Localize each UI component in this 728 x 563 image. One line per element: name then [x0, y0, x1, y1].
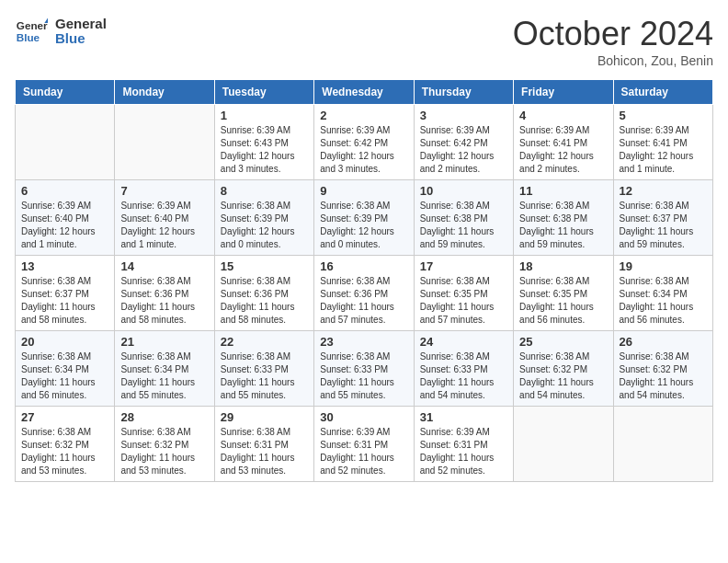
- day-number: 3: [420, 109, 507, 122]
- calendar-cell: 27Sunrise: 6:38 AM Sunset: 6:32 PM Dayli…: [16, 407, 115, 482]
- day-info: Sunrise: 6:38 AM Sunset: 6:35 PM Dayligh…: [519, 275, 607, 327]
- day-info: Sunrise: 6:39 AM Sunset: 6:41 PM Dayligh…: [620, 124, 707, 176]
- day-number: 4: [519, 109, 607, 122]
- calendar-cell: 6Sunrise: 6:39 AM Sunset: 6:40 PM Daylig…: [16, 180, 115, 256]
- logo-icon: General Blue: [15, 15, 48, 48]
- day-number: 15: [221, 259, 308, 273]
- calendar-cell: 19Sunrise: 6:38 AM Sunset: 6:34 PM Dayli…: [613, 256, 712, 331]
- logo-text: General: [55, 17, 107, 32]
- day-info: Sunrise: 6:38 AM Sunset: 6:35 PM Dayligh…: [420, 275, 507, 327]
- day-number: 20: [21, 335, 108, 349]
- day-number: 16: [320, 259, 407, 273]
- col-header-sunday: Sunday: [16, 80, 115, 105]
- week-row-2: 6Sunrise: 6:39 AM Sunset: 6:40 PM Daylig…: [16, 180, 713, 256]
- calendar-cell: [16, 105, 115, 180]
- day-info: Sunrise: 6:38 AM Sunset: 6:38 PM Dayligh…: [420, 200, 507, 251]
- day-number: 11: [519, 184, 607, 198]
- calendar-cell: 29Sunrise: 6:38 AM Sunset: 6:31 PM Dayli…: [214, 407, 313, 482]
- calendar-cell: 31Sunrise: 6:39 AM Sunset: 6:31 PM Dayli…: [414, 407, 513, 482]
- calendar-cell: [115, 105, 214, 180]
- calendar-cell: 14Sunrise: 6:38 AM Sunset: 6:36 PM Dayli…: [115, 256, 214, 331]
- day-number: 7: [120, 184, 208, 198]
- day-info: Sunrise: 6:38 AM Sunset: 6:34 PM Dayligh…: [120, 350, 208, 402]
- col-header-monday: Monday: [115, 80, 214, 105]
- calendar-header-row: SundayMondayTuesdayWednesdayThursdayFrid…: [16, 80, 713, 105]
- day-number: 21: [120, 335, 208, 349]
- calendar-cell: 8Sunrise: 6:38 AM Sunset: 6:39 PM Daylig…: [214, 180, 313, 256]
- day-info: Sunrise: 6:38 AM Sunset: 6:31 PM Dayligh…: [221, 426, 308, 477]
- logo-blue-text: Blue: [55, 31, 107, 47]
- calendar-cell: 11Sunrise: 6:38 AM Sunset: 6:38 PM Dayli…: [514, 180, 613, 256]
- day-number: 14: [120, 259, 208, 273]
- calendar-cell: 1Sunrise: 6:39 AM Sunset: 6:43 PM Daylig…: [214, 105, 313, 180]
- svg-text:General: General: [17, 19, 48, 31]
- calendar-cell: [613, 407, 712, 482]
- day-info: Sunrise: 6:39 AM Sunset: 6:43 PM Dayligh…: [221, 124, 308, 176]
- calendar-cell: [514, 407, 613, 482]
- week-row-3: 13Sunrise: 6:38 AM Sunset: 6:37 PM Dayli…: [16, 256, 713, 331]
- day-number: 18: [519, 259, 607, 273]
- calendar-cell: 7Sunrise: 6:39 AM Sunset: 6:40 PM Daylig…: [115, 180, 214, 256]
- col-header-saturday: Saturday: [613, 80, 712, 105]
- day-info: Sunrise: 6:38 AM Sunset: 6:37 PM Dayligh…: [620, 200, 707, 251]
- day-info: Sunrise: 6:38 AM Sunset: 6:36 PM Dayligh…: [120, 275, 208, 327]
- calendar-cell: 21Sunrise: 6:38 AM Sunset: 6:34 PM Dayli…: [115, 331, 214, 407]
- col-header-tuesday: Tuesday: [214, 80, 313, 105]
- day-number: 29: [221, 410, 308, 424]
- day-info: Sunrise: 6:39 AM Sunset: 6:42 PM Dayligh…: [420, 124, 507, 176]
- day-number: 19: [620, 259, 707, 273]
- day-info: Sunrise: 6:39 AM Sunset: 6:40 PM Dayligh…: [120, 200, 208, 251]
- calendar-cell: 3Sunrise: 6:39 AM Sunset: 6:42 PM Daylig…: [414, 105, 513, 180]
- calendar-cell: 13Sunrise: 6:38 AM Sunset: 6:37 PM Dayli…: [16, 256, 115, 331]
- month-title: October 2024: [513, 15, 713, 53]
- day-info: Sunrise: 6:38 AM Sunset: 6:34 PM Dayligh…: [620, 275, 707, 327]
- col-header-friday: Friday: [514, 80, 613, 105]
- day-info: Sunrise: 6:39 AM Sunset: 6:42 PM Dayligh…: [320, 124, 407, 176]
- calendar-cell: 25Sunrise: 6:38 AM Sunset: 6:32 PM Dayli…: [514, 331, 613, 407]
- day-info: Sunrise: 6:38 AM Sunset: 6:32 PM Dayligh…: [519, 350, 607, 402]
- calendar-cell: 23Sunrise: 6:38 AM Sunset: 6:33 PM Dayli…: [314, 331, 414, 407]
- week-row-4: 20Sunrise: 6:38 AM Sunset: 6:34 PM Dayli…: [16, 331, 713, 407]
- day-info: Sunrise: 6:39 AM Sunset: 6:41 PM Dayligh…: [519, 124, 607, 176]
- day-number: 6: [21, 184, 108, 198]
- day-info: Sunrise: 6:38 AM Sunset: 6:36 PM Dayligh…: [320, 275, 407, 327]
- day-info: Sunrise: 6:38 AM Sunset: 6:37 PM Dayligh…: [21, 275, 108, 327]
- calendar-cell: 4Sunrise: 6:39 AM Sunset: 6:41 PM Daylig…: [514, 105, 613, 180]
- calendar-cell: 30Sunrise: 6:39 AM Sunset: 6:31 PM Dayli…: [314, 407, 414, 482]
- day-number: 1: [221, 109, 308, 122]
- day-info: Sunrise: 6:38 AM Sunset: 6:36 PM Dayligh…: [221, 275, 308, 327]
- day-info: Sunrise: 6:38 AM Sunset: 6:38 PM Dayligh…: [519, 200, 607, 251]
- day-info: Sunrise: 6:38 AM Sunset: 6:39 PM Dayligh…: [221, 200, 308, 251]
- day-info: Sunrise: 6:38 AM Sunset: 6:39 PM Dayligh…: [320, 200, 407, 251]
- day-info: Sunrise: 6:38 AM Sunset: 6:34 PM Dayligh…: [21, 350, 108, 402]
- col-header-wednesday: Wednesday: [314, 80, 414, 105]
- day-info: Sunrise: 6:39 AM Sunset: 6:31 PM Dayligh…: [320, 426, 407, 477]
- day-number: 10: [420, 184, 507, 198]
- day-number: 9: [320, 184, 407, 198]
- day-info: Sunrise: 6:38 AM Sunset: 6:33 PM Dayligh…: [320, 350, 407, 402]
- calendar-cell: 28Sunrise: 6:38 AM Sunset: 6:32 PM Dayli…: [115, 407, 214, 482]
- day-info: Sunrise: 6:38 AM Sunset: 6:32 PM Dayligh…: [21, 426, 108, 477]
- day-number: 27: [21, 410, 108, 424]
- week-row-1: 1Sunrise: 6:39 AM Sunset: 6:43 PM Daylig…: [16, 105, 713, 180]
- day-number: 31: [420, 410, 507, 424]
- day-number: 17: [420, 259, 507, 273]
- day-info: Sunrise: 6:39 AM Sunset: 6:40 PM Dayligh…: [21, 200, 108, 251]
- day-number: 5: [620, 109, 707, 122]
- calendar-cell: 15Sunrise: 6:38 AM Sunset: 6:36 PM Dayli…: [214, 256, 313, 331]
- page-header: General Blue General Blue October 2024 B…: [15, 15, 713, 68]
- calendar-cell: 12Sunrise: 6:38 AM Sunset: 6:37 PM Dayli…: [613, 180, 712, 256]
- day-number: 12: [620, 184, 707, 198]
- day-info: Sunrise: 6:38 AM Sunset: 6:32 PM Dayligh…: [620, 350, 707, 402]
- day-info: Sunrise: 6:38 AM Sunset: 6:32 PM Dayligh…: [120, 426, 208, 477]
- svg-text:Blue: Blue: [17, 31, 40, 43]
- day-number: 22: [221, 335, 308, 349]
- day-number: 24: [420, 335, 507, 349]
- day-number: 30: [320, 410, 407, 424]
- day-info: Sunrise: 6:39 AM Sunset: 6:31 PM Dayligh…: [420, 426, 507, 477]
- calendar-cell: 20Sunrise: 6:38 AM Sunset: 6:34 PM Dayli…: [16, 331, 115, 407]
- calendar-cell: 2Sunrise: 6:39 AM Sunset: 6:42 PM Daylig…: [314, 105, 414, 180]
- location-subtitle: Bohicon, Zou, Benin: [513, 53, 713, 68]
- day-number: 28: [120, 410, 208, 424]
- calendar-cell: 17Sunrise: 6:38 AM Sunset: 6:35 PM Dayli…: [414, 256, 513, 331]
